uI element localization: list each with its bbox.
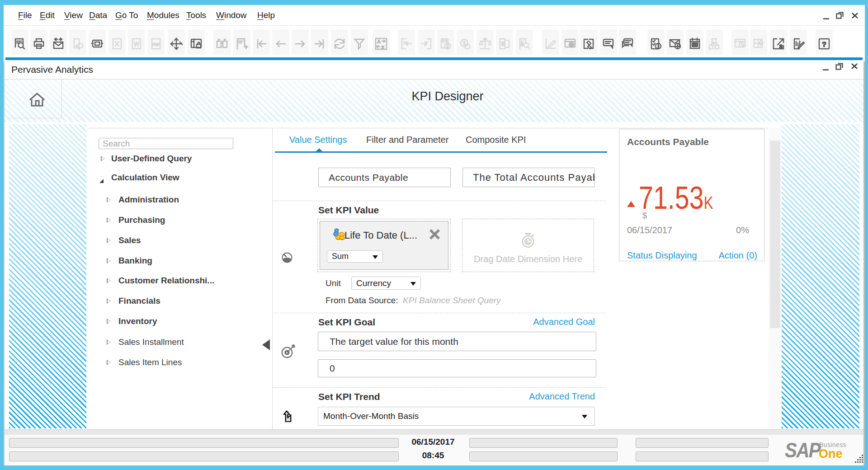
svg-text:A: A (377, 39, 380, 44)
svg-text:?: ? (822, 40, 826, 48)
svg-text:Z: Z (382, 45, 384, 50)
svg-text:$: $ (521, 42, 523, 47)
svg-text:PDF: PDF (152, 42, 160, 47)
svg-text:S: S (779, 44, 783, 49)
svg-text:S: S (501, 42, 505, 47)
